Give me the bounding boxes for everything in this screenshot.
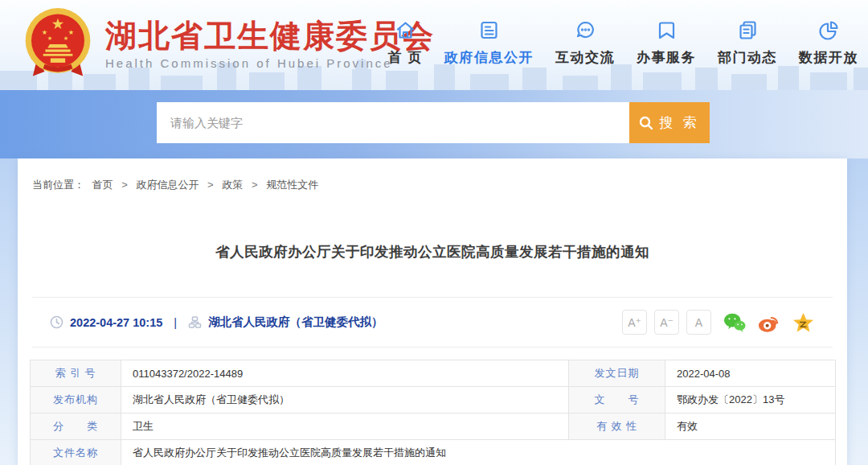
doc-name-label: 文件名称 [31,440,121,465]
wechat-share-icon[interactable] [723,312,746,333]
main-nav: 首 页 政府信息公开 互动交流 办事服务 部门动态 [366,19,858,67]
page-title: 省人民政府办公厅关于印发推动公立医院高质量发展若干措施的通知 [66,242,799,261]
nav-label: 政府信息公开 [444,48,534,67]
breadcrumb-item-info-disclosure[interactable]: 政府信息公开 [136,179,199,191]
issuing-agency-label: 发布机构 [31,387,121,414]
home-icon [395,19,416,41]
search-input[interactable] [157,102,629,143]
svg-text:★: ★ [51,15,64,32]
nav-label: 数据开放 [799,48,858,67]
table-row: 索 引 号 011043372/2022-14489 发文日期 2022-04-… [31,360,836,387]
svg-text:★: ★ [47,35,53,42]
bookmark-icon [656,19,678,41]
issuing-agency-value: 湖北省人民政府（省卫健委代拟） [121,387,569,414]
article-source: 湖北省人民政府（省卫健委代拟） [208,315,383,330]
nav-label: 首 页 [388,48,423,67]
nav-item-department-news[interactable]: 部门动态 [718,19,777,67]
doc-number-label: 文 号 [569,387,665,414]
index-number-value: 011043372/2022-14489 [121,360,569,387]
issue-date-value: 2022-04-08 [665,360,836,387]
issue-date-label: 发文日期 [569,360,665,387]
nav-label: 互动交流 [555,48,615,67]
validity-label: 有 效 性 [569,414,665,440]
article-meta-row: 2022-04-27 10:15 | 湖北省人民政府（省卫健委代拟） A⁺ A⁻… [32,297,833,348]
nav-label: 部门动态 [718,48,777,67]
breadcrumb-separator: > [121,179,128,191]
site-header: ★ ★ ★ ★ ★ 湖北省卫生健康委员会 Health Commission o… [0,0,868,90]
nav-item-interaction[interactable]: 互动交流 [555,19,615,67]
font-increase-button[interactable]: A⁺ [622,310,647,335]
article-meta: 2022-04-27 10:15 | 湖北省人民政府（省卫健委代拟） [50,315,383,330]
category-label: 分 类 [31,414,121,440]
meta-separator: | [174,316,177,329]
nav-label: 办事服务 [637,48,696,67]
nav-item-services[interactable]: 办事服务 [637,19,696,67]
publish-time: 2022-04-27 10:15 [70,316,162,329]
index-number-label: 索 引 号 [31,360,121,387]
national-emblem-logo: ★ ★ ★ ★ ★ [23,6,93,82]
validity-value: 有效 [665,414,836,440]
font-reset-button[interactable]: A [686,310,711,335]
article-tools: A⁺ A⁻ A [615,310,815,335]
documents-icon [737,19,759,41]
search-icon [639,116,653,130]
breadcrumb-prefix: 当前位置： [32,179,84,191]
nav-item-home[interactable]: 首 页 [388,19,423,67]
font-decrease-button[interactable]: A⁻ [654,310,679,335]
sitemap-icon [188,315,202,329]
svg-text:★: ★ [63,35,69,42]
info-disclosure-icon [478,19,500,41]
breadcrumb-item-home[interactable]: 首页 [92,179,113,191]
breadcrumb-item-normative-docs[interactable]: 规范性文件 [266,179,318,191]
table-row: 分 类 卫生 有 效 性 有效 [31,414,836,440]
pie-chart-icon [818,19,840,41]
breadcrumb: 当前位置： 首页 > 政府信息公开 > 政策 > 规范性文件 [18,158,847,192]
breadcrumb-separator: > [252,179,258,191]
doc-info-table: 索 引 号 011043372/2022-14489 发文日期 2022-04-… [30,360,836,465]
search-button-label: 搜 索 [659,113,700,132]
clock-icon [50,315,63,329]
breadcrumb-separator: > [207,179,214,191]
qzone-share-icon[interactable] [792,312,815,333]
table-row: 发布机构 湖北省人民政府（省卫健委代拟） 文 号 鄂政办发〔2022〕13号 [31,387,836,414]
content-panel: 当前位置： 首页 > 政府信息公开 > 政策 > 规范性文件 省人民政府办公厅关… [18,158,847,465]
category-value: 卫生 [121,414,569,440]
search-button[interactable]: 搜 索 [629,102,710,143]
search-bar: 搜 索 [157,102,710,143]
doc-number-value: 鄂政办发〔2022〕13号 [665,387,836,414]
search-band: 搜 索 [0,90,868,158]
doc-name-value: 省人民政府办公厅关于印发推动公立医院高质量发展若干措施的通知 [121,440,836,465]
chat-icon [575,19,596,41]
nav-item-open-data[interactable]: 数据开放 [799,19,858,67]
weibo-share-icon[interactable] [758,312,780,333]
table-row: 文件名称 省人民政府办公厅关于印发推动公立医院高质量发展若干措施的通知 [31,440,836,465]
breadcrumb-item-policy[interactable]: 政策 [222,179,243,191]
svg-text:★: ★ [68,29,74,36]
nav-item-info-disclosure[interactable]: 政府信息公开 [444,19,534,67]
